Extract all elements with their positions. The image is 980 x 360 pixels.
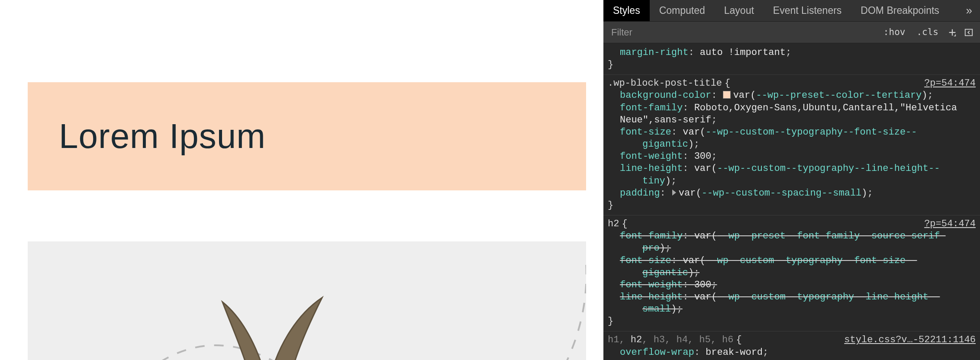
devtools-tabs: Styles Computed Layout Event Listeners D…	[603, 0, 980, 22]
rule-source-link[interactable]: style.css?v…-52211:1146	[844, 334, 976, 346]
post-title: Lorem Ipsum	[59, 116, 266, 156]
css-declaration[interactable]: font-family: var(--wp--preset--font-fami…	[608, 230, 976, 254]
css-declaration[interactable]: line-height: var(--wp--custom--typograph…	[608, 163, 976, 187]
rule-selector[interactable]: h1, h2, h3, h4, h5, h6	[608, 334, 733, 346]
post-title-block: Lorem Ipsum	[28, 82, 586, 190]
tab-event-listeners[interactable]: Event Listeners	[764, 0, 851, 21]
page-preview: Lorem Ipsum	[0, 0, 603, 360]
open-brace: {	[725, 77, 730, 90]
style-rule[interactable]: .wp-block-post-title {?p=54:474backgroun…	[603, 74, 980, 215]
tab-layout[interactable]: Layout	[715, 0, 764, 21]
svg-rect-2	[965, 29, 973, 35]
css-declaration[interactable]: margin-right: auto !important;	[608, 47, 976, 59]
open-brace: {	[736, 334, 741, 346]
css-declaration[interactable]: font-weight: 300;	[608, 279, 976, 291]
close-brace: }	[608, 59, 976, 71]
css-declaration[interactable]: padding: var(--wp--custom--spacing--smal…	[608, 187, 976, 199]
tab-styles[interactable]: Styles	[603, 0, 650, 21]
styles-filter-input[interactable]	[609, 25, 876, 40]
close-brace: }	[608, 315, 976, 328]
styles-toolbar: :hov .cls	[603, 22, 980, 43]
style-rule[interactable]: margin-right: auto !important;}	[603, 43, 980, 74]
css-declaration[interactable]: background-color: var(--wp--preset--colo…	[608, 90, 976, 102]
color-swatch[interactable]	[723, 91, 731, 99]
css-declaration[interactable]: font-weight: 300;	[608, 151, 976, 163]
css-declaration[interactable]: font-family: Roboto,Oxygen-Sans,Ubuntu,C…	[608, 102, 976, 126]
devtools-panel: Styles Computed Layout Event Listeners D…	[603, 0, 980, 360]
style-rule[interactable]: h1, h2, h3, h4, h5, h6 {style.css?v…-522…	[603, 331, 980, 360]
style-rule[interactable]: h2 {?p=54:474font-family: var(--wp--pres…	[603, 215, 980, 331]
computed-sidebar-toggle-icon[interactable]	[963, 26, 975, 39]
tabs-overflow-icon[interactable]: »	[958, 3, 980, 18]
rule-source-link[interactable]: ?p=54:474	[924, 77, 976, 90]
open-brace: {	[622, 218, 627, 230]
css-declaration[interactable]: font-size: var(--wp--custom--typography-…	[608, 255, 976, 279]
css-declaration[interactable]: line-height: var(--wp--custom--typograph…	[608, 291, 976, 315]
featured-image	[28, 241, 586, 360]
new-style-rule-icon[interactable]	[946, 26, 958, 39]
styles-rules-list[interactable]: margin-right: auto !important;}.wp-block…	[603, 43, 980, 360]
hov-toggle[interactable]: :hov	[880, 25, 909, 40]
rule-selector[interactable]: .wp-block-post-title	[608, 77, 722, 90]
rule-selector[interactable]: h2	[608, 218, 619, 230]
close-brace: }	[608, 199, 976, 212]
tab-computed[interactable]: Computed	[650, 0, 715, 21]
rule-source-link[interactable]: ?p=54:474	[924, 218, 976, 230]
css-declaration[interactable]: font-size: var(--wp--custom--typography-…	[608, 126, 976, 151]
cls-toggle[interactable]: .cls	[913, 25, 942, 40]
tab-dom-breakpoints[interactable]: DOM Breakpoints	[851, 0, 949, 21]
expand-shorthand-icon[interactable]	[672, 190, 676, 196]
css-declaration[interactable]: overflow-wrap: break-word;	[608, 347, 976, 359]
